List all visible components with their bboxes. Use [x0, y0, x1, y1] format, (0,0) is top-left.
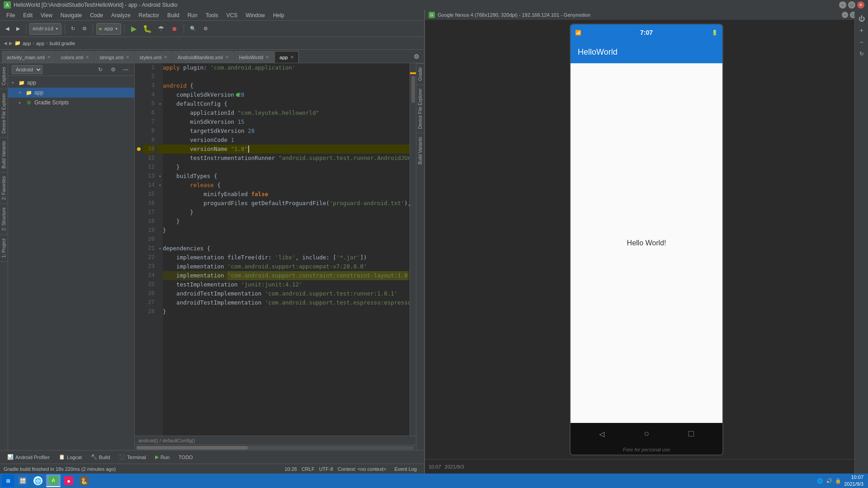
- tab-helloworld[interactable]: HelloWorld ✕: [234, 51, 274, 63]
- menu-navigate[interactable]: Navigate: [57, 11, 85, 19]
- phone-recent-btn[interactable]: □: [689, 429, 694, 439]
- tab-activity-main[interactable]: activity_main.xml ✕: [2, 51, 56, 63]
- taskbar-app2[interactable]: ●: [61, 474, 76, 487]
- menu-refactor[interactable]: Refactor: [135, 11, 163, 19]
- build-btn[interactable]: 🔨 Build: [87, 452, 113, 463]
- tree-app[interactable]: ▾ 📁 app: [8, 88, 134, 98]
- taskbar-chrome[interactable]: 🌐: [31, 474, 45, 487]
- right-tab-build-variants[interactable]: Build Variants: [416, 133, 424, 168]
- nav-file[interactable]: build.gradle: [49, 41, 75, 46]
- code-line-19[interactable]: }: [163, 226, 410, 235]
- phone-minimize-btn[interactable]: −: [842, 12, 848, 18]
- terminal-btn[interactable]: ⬛ Terminal: [115, 452, 150, 463]
- tab-manifest-close[interactable]: ✕: [225, 55, 229, 60]
- toolbar-fwd-btn[interactable]: ▶: [14, 23, 23, 35]
- code-line-13[interactable]: buildTypes {: [163, 172, 410, 181]
- menu-code[interactable]: Code: [86, 11, 107, 19]
- phone-power-btn[interactable]: ⏻: [857, 14, 867, 23]
- code-line-16[interactable]: proguardFiles getDefaultProguardFile('pr…: [163, 199, 410, 208]
- phone-vol-down-btn[interactable]: −: [857, 37, 867, 47]
- tab-styles-close[interactable]: ✕: [164, 55, 167, 60]
- left-tab-build-variants[interactable]: Build Variants: [0, 137, 8, 173]
- tab-helloworld-close[interactable]: ✕: [265, 55, 269, 60]
- menu-help[interactable]: Help: [269, 11, 288, 19]
- code-line-27[interactable]: androidTestImplementation 'com.android.s…: [163, 298, 410, 307]
- run-tab-btn[interactable]: ▶ Run: [151, 452, 173, 463]
- menu-build[interactable]: Build: [164, 11, 183, 19]
- left-tab-project[interactable]: 1: Project: [0, 235, 8, 262]
- tab-app-close[interactable]: ✕: [290, 55, 294, 60]
- taskbar-app3[interactable]: 🐍: [77, 474, 91, 487]
- minimize-button[interactable]: −: [839, 1, 846, 9]
- code-line-20[interactable]: [163, 235, 410, 244]
- left-tab-device-file[interactable]: Device File Explorer: [0, 89, 8, 137]
- left-tab-captures[interactable]: Captures: [0, 63, 8, 89]
- phone-back-btn[interactable]: ◁: [599, 428, 604, 440]
- menu-view[interactable]: View: [37, 11, 56, 19]
- code-line-12[interactable]: }: [163, 163, 410, 172]
- tab-styles[interactable]: styles.xml ✕: [135, 51, 172, 63]
- tree-gradle-scripts[interactable]: ▸ ⚙ Gradle Scripts: [8, 98, 134, 108]
- tab-app[interactable]: app ✕: [274, 51, 298, 63]
- code-line-7[interactable]: minSdkVersion 15: [163, 117, 410, 127]
- sync-btn[interactable]: ↻: [68, 23, 78, 35]
- search-btn[interactable]: 🔍: [187, 23, 199, 35]
- code-line-4[interactable]: compileSdkVersion 28: [163, 90, 410, 99]
- close-button[interactable]: ✕: [857, 1, 864, 9]
- code-line-24[interactable]: implementation 'com.android.support.cons…: [163, 271, 410, 280]
- app-dropdown[interactable]: ▶ app ▾: [96, 23, 121, 35]
- taskbar-clock[interactable]: 10:07 2021/9/3: [844, 474, 863, 488]
- code-line-28[interactable]: }: [163, 307, 410, 316]
- right-tab-device-file[interactable]: Device File Explorer: [416, 84, 424, 132]
- sys-volume-icon[interactable]: 🔊: [826, 478, 832, 484]
- fold-5[interactable]: ▾: [157, 99, 163, 108]
- sys-network-icon[interactable]: 🌐: [817, 478, 823, 484]
- code-line-1[interactable]: apply plugin: 'com.android.application': [163, 63, 410, 72]
- stop-button[interactable]: ■: [169, 23, 180, 35]
- panel-gear-btn[interactable]: ⚙: [108, 65, 118, 75]
- code-line-15[interactable]: minifyEnabled false: [163, 190, 410, 199]
- taskbar-explorer[interactable]: 🪟: [15, 474, 30, 487]
- left-tab-favorites[interactable]: 2: Favorites: [0, 173, 8, 204]
- refresh-btn[interactable]: ⚙: [80, 23, 90, 35]
- sys-security-icon[interactable]: 🔒: [835, 478, 841, 484]
- fold-21[interactable]: ▾: [157, 244, 163, 253]
- menu-vcs[interactable]: VCS: [223, 11, 241, 19]
- code-line-11[interactable]: testInstrumentationRunner "android.suppo…: [163, 154, 410, 163]
- menu-run[interactable]: Run: [184, 11, 201, 19]
- code-line-8[interactable]: targetSdkVersion 28: [163, 127, 410, 136]
- left-tab-structure[interactable]: 2: Structure: [0, 204, 8, 235]
- menu-analyze[interactable]: Analyze: [108, 11, 134, 19]
- code-line-25[interactable]: testImplementation 'junit:junit:4.12': [163, 280, 410, 289]
- fold-14[interactable]: ▾: [157, 181, 163, 190]
- menu-file[interactable]: File: [3, 11, 19, 19]
- nav-app[interactable]: app: [23, 41, 31, 46]
- tab-colors[interactable]: colors.xml ✕: [56, 51, 94, 63]
- scroll-thumb[interactable]: [411, 76, 415, 103]
- code-line-23[interactable]: implementation 'com.android.support:appc…: [163, 262, 410, 271]
- maximize-button[interactable]: □: [848, 1, 855, 9]
- start-button[interactable]: ⊞: [2, 474, 14, 487]
- code-line-14[interactable]: release {: [163, 181, 410, 190]
- code-line-18[interactable]: }: [163, 217, 410, 226]
- tree-root[interactable]: ▾ 📁 app: [8, 78, 134, 88]
- code-line-22[interactable]: implementation fileTree(dir: 'libs', inc…: [163, 253, 410, 262]
- taskbar-android-studio[interactable]: A: [46, 474, 61, 487]
- menu-tools[interactable]: Tools: [202, 11, 222, 19]
- phone-vol-up-btn[interactable]: +: [857, 25, 867, 35]
- logcat-btn[interactable]: 📋 Logcat: [55, 452, 85, 463]
- menu-edit[interactable]: Edit: [19, 11, 36, 19]
- fold-13[interactable]: ▾: [157, 172, 163, 181]
- tab-activity-main-close[interactable]: ✕: [47, 55, 51, 60]
- code-line-10[interactable]: versionName "1.0": [163, 145, 410, 154]
- toolbar-back-btn[interactable]: ◀: [3, 23, 12, 35]
- phone-home-btn[interactable]: ○: [644, 429, 649, 439]
- code-line-9[interactable]: versionCode 1: [163, 136, 410, 145]
- panel-minimize-btn[interactable]: —: [121, 65, 131, 75]
- debug-button[interactable]: 🐛: [142, 23, 153, 35]
- event-log-btn[interactable]: Event Log: [391, 464, 420, 474]
- tab-strings-close[interactable]: ✕: [126, 55, 129, 60]
- code-line-6[interactable]: applicationId "com.leyutek.helloworld": [163, 108, 410, 117]
- code-line-2[interactable]: [163, 72, 410, 81]
- tab-settings-btn[interactable]: ⚙: [411, 50, 422, 63]
